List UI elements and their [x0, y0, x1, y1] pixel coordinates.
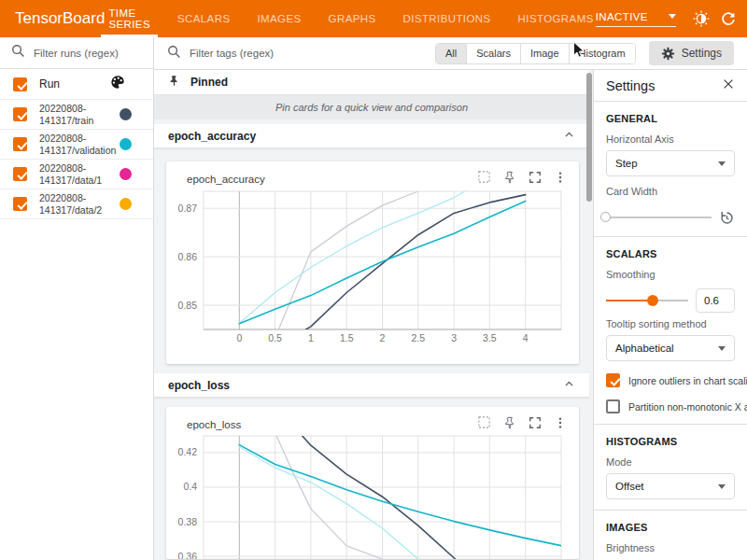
svg-text:2.5: 2.5	[411, 332, 425, 343]
pinned-label: Pinned	[190, 76, 228, 89]
slider-thumb[interactable]	[647, 295, 658, 306]
tab-histograms[interactable]: HISTOGRAMS	[516, 0, 596, 37]
settings-button[interactable]: Settings	[649, 41, 734, 65]
ignore-outliers-label: Ignore outliers in chart scaling	[628, 375, 747, 386]
search-icon	[167, 45, 181, 63]
chip-all[interactable]: All	[436, 44, 466, 63]
run-filter-row	[0, 37, 153, 69]
epoch-accuracy-card: epoch_accuracy 00.511.522.533.540.850.86…	[166, 161, 579, 364]
epoch-loss-card: epoch_loss 0.360.380.40.42	[166, 407, 579, 559]
tag-filter-input[interactable]	[190, 48, 435, 59]
ignore-outliers-row[interactable]: Ignore outliers in chart scaling	[606, 373, 735, 387]
svg-text:0.38: 0.38	[178, 516, 198, 527]
section-epoch-accuracy[interactable]: epoch_accuracy	[154, 124, 589, 148]
svg-text:1.5: 1.5	[340, 332, 354, 343]
tag-filter-bar: All Scalars Image Histogram	[154, 37, 747, 70]
header-controls: INACTIVE	[596, 0, 747, 37]
settings-panel-title: Settings	[606, 78, 655, 93]
section-title: epoch_loss	[168, 379, 230, 392]
chip-image[interactable]: Image	[520, 44, 569, 63]
main-scrollbar	[586, 72, 592, 557]
tooltip-sorting-select[interactable]: Alphabetical	[606, 335, 735, 361]
horizontal-axis-label: Horizontal Axis	[606, 133, 735, 145]
run-color-dot	[120, 108, 132, 120]
run-checkbox[interactable]	[13, 107, 27, 121]
chevron-down-icon	[718, 484, 726, 489]
settings-images-section: IMAGES Brightness Contrast	[606, 511, 735, 560]
run-row-validation[interactable]: 20220808-141317/validation	[0, 130, 153, 160]
fit-data-icon[interactable]	[477, 415, 491, 433]
tab-distributions[interactable]: DISTRIBUTIONS	[402, 0, 493, 37]
refresh-icon[interactable]	[719, 9, 738, 28]
cards-scroll-area: Pinned Pin cards for a quick view and co…	[154, 70, 593, 560]
kebab-menu-icon[interactable]	[554, 416, 567, 433]
tab-scalars[interactable]: SCALARS	[176, 0, 233, 37]
pin-icon[interactable]	[503, 171, 516, 188]
epoch-accuracy-chart[interactable]: 00.511.522.533.540.850.860.87	[166, 161, 579, 364]
histogram-mode-select[interactable]: Offset	[606, 473, 735, 499]
run-checkbox[interactable]	[13, 137, 27, 151]
svg-text:3.5: 3.5	[483, 332, 497, 343]
run-row-data-2[interactable]: 20220808-141317/data/2	[0, 189, 153, 219]
brightness-label: Brightness	[606, 542, 735, 553]
run-filter-input[interactable]	[34, 48, 142, 59]
chart-card-title: epoch_loss	[187, 419, 241, 430]
run-checkbox[interactable]	[13, 167, 27, 181]
main-nav: TIME SERIES SCALARS IMAGES GRAPHS DISTRI…	[106, 0, 595, 37]
horizontal-axis-select[interactable]: Step	[606, 150, 735, 176]
run-row-data-1[interactable]: 20220808-141317/data/1	[0, 160, 153, 189]
pin-icon[interactable]	[503, 416, 516, 433]
svg-text:0.86: 0.86	[178, 251, 198, 262]
pinned-section-header[interactable]: Pinned	[154, 70, 589, 95]
tab-time-series[interactable]: TIME SERIES	[106, 0, 152, 37]
kebab-menu-icon[interactable]	[554, 171, 567, 188]
status-dropdown[interactable]: INACTIVE	[596, 11, 676, 27]
chevron-up-icon[interactable]	[563, 128, 575, 145]
svg-text:0.87: 0.87	[178, 203, 198, 214]
partition-x-axis-checkbox[interactable]	[606, 399, 620, 413]
run-row-train[interactable]: 20220808-141317/train	[0, 100, 153, 130]
close-icon[interactable]	[722, 77, 735, 94]
chevron-up-icon[interactable]	[563, 377, 575, 394]
smoothing-value-input[interactable]: 0.6	[696, 288, 735, 313]
slider-thumb[interactable]	[600, 212, 611, 222]
scrollbar-thumb[interactable]	[586, 73, 592, 202]
run-label: 20220808-	[39, 103, 86, 114]
reset-icon[interactable]	[719, 210, 735, 226]
tab-images[interactable]: IMAGES	[255, 0, 303, 37]
run-label: 20220808-	[39, 162, 86, 174]
svg-text:0.4: 0.4	[183, 481, 197, 492]
run-select-all-checkbox[interactable]	[13, 77, 27, 91]
histograms-heading: HISTOGRAMS	[606, 436, 735, 447]
tooltip-sorting-label: Tooltip sorting method	[606, 318, 735, 329]
section-title: epoch_accuracy	[168, 130, 256, 143]
scalars-heading: SCALARS	[606, 248, 735, 259]
chevron-down-icon	[669, 14, 676, 19]
svg-text:0.85: 0.85	[178, 300, 198, 311]
partition-x-axis-row[interactable]: Partition non-monotonic X axis ?	[606, 399, 735, 413]
chip-histogram[interactable]: Histogram	[569, 44, 635, 63]
chart-card-title: epoch_accuracy	[187, 174, 265, 185]
pin-icon	[168, 74, 180, 91]
settings-button-label: Settings	[682, 47, 722, 60]
ignore-outliers-checkbox[interactable]	[606, 373, 620, 387]
status-label: INACTIVE	[596, 11, 648, 22]
run-checkbox[interactable]	[13, 197, 27, 211]
theme-toggle-icon[interactable]	[692, 9, 711, 28]
smoothing-slider[interactable]	[606, 300, 688, 301]
run-label: 20220808-	[39, 192, 86, 203]
fullscreen-icon[interactable]	[529, 171, 542, 188]
app-logo: TensorBoard	[15, 0, 105, 37]
fit-data-icon[interactable]	[477, 170, 491, 188]
section-epoch-loss[interactable]: epoch_loss	[154, 373, 589, 398]
card-width-slider[interactable]	[606, 217, 712, 218]
chevron-down-icon	[718, 161, 726, 166]
svg-text:2: 2	[380, 332, 386, 343]
runs-sidebar: Run 20220808-141317/train 20220808-14131…	[0, 37, 154, 560]
palette-icon[interactable]	[110, 75, 125, 93]
fullscreen-icon[interactable]	[529, 416, 542, 433]
run-color-dot	[120, 138, 132, 150]
general-heading: GENERAL	[606, 113, 735, 124]
chip-scalars[interactable]: Scalars	[466, 44, 520, 63]
tab-graphs[interactable]: GRAPHS	[327, 0, 378, 37]
